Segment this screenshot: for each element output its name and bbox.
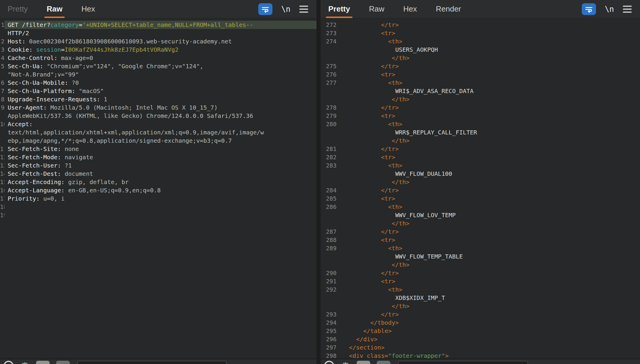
tab-pretty[interactable]: Pretty [326,0,353,18]
editor-menu-button[interactable] [299,4,308,14]
tab-raw[interactable]: Raw [367,0,387,18]
code-text: <th> [337,285,640,294]
code-line: 277 <th> [321,79,640,87]
search-next-button[interactable] [56,361,70,364]
search-icon[interactable] [4,361,14,364]
tab-pretty[interactable]: Pretty [5,0,30,18]
editor-menu-button[interactable] [623,4,632,14]
code-text: Sec-Fetch-Dest: document [4,170,316,178]
line-number: 277 [321,79,337,87]
code-line: 17Priority: u=0, i [0,194,316,203]
pane-divider[interactable] [316,0,321,364]
code-text [4,211,316,219]
tab-hex[interactable]: Hex [401,0,419,18]
code-text: </tr> [337,62,640,70]
code-line: USERS_AOKPQH [321,46,640,54]
code-line: 283 <th> [321,161,640,170]
code-text: Cookie: session=I0OKafZV44sJhk8zEJ7Epb4t… [4,46,316,54]
code-line: 295 </table> [321,327,640,335]
line-number: 9 [0,103,4,112]
line-number: 281 [321,145,337,153]
code-text: <tr> [337,29,640,37]
code-text: Cache-Control: max-age=0 [4,54,316,62]
search-settings-gear-icon[interactable]: ⚙ [20,361,30,364]
code-text: User-Agent: Mozilla/5.0 (Macintosh; Inte… [4,103,316,112]
newline-marker-toggle-button[interactable]: \n [605,5,614,14]
code-line: WRR$_REPLAY_CALL_FILTER [321,128,640,136]
line-number [321,252,337,261]
tab-label: Hex [81,4,95,14]
code-text: XDB$XIDX_IMP_T [337,294,640,302]
code-text: Upgrade-Insecure-Requests: 1 [4,95,316,103]
line-number [321,294,337,302]
active-tab-underline [44,17,65,18]
line-number [321,95,337,103]
response-tabbar: PrettyRawHexRender \n [321,0,640,18]
code-text: </div> [337,335,640,343]
code-line: 291 <tr> [321,277,640,285]
line-number: 1 [0,21,4,29]
code-text: Sec-Fetch-Mode: navigate [4,153,316,161]
line-number: 289 [321,244,337,252]
request-editor[interactable]: 1GET /filter?category='+UNION+SELECT+tab… [0,18,316,364]
hamburger-icon [623,9,632,10]
code-text: </th> [337,302,640,310]
search-icon[interactable] [324,361,334,364]
code-line: ebp,image/apng,*/*;q=0.8,application/sig… [0,136,316,145]
code-line: </th> [321,178,640,186]
line-number: 4 [0,54,4,62]
code-text: </tr> [337,269,640,277]
word-wrap-toggle-button[interactable] [258,3,272,15]
search-input[interactable] [398,361,528,364]
code-line: XDB$XIDX_IMP_T [321,294,640,302]
line-number: 280 [321,120,337,128]
line-number [321,261,337,269]
line-number: 287 [321,228,337,236]
line-number: 282 [321,153,337,161]
response-editor[interactable]: 272 </tr>273 <tr>274 <th> USERS_AOKPQH <… [321,18,640,364]
response-header-icons: \n [582,0,632,18]
line-number [321,211,337,219]
search-settings-gear-icon[interactable]: ⚙ [341,361,350,364]
line-number: 12 [0,153,4,161]
line-number [0,29,4,37]
line-number: 284 [321,186,337,194]
line-number: 15 [0,178,4,186]
code-line: 2Host: 0aec002304f2b8618039086000610093.… [0,37,316,46]
line-number: 19 [0,211,4,219]
code-line: HTTP/2 [0,29,316,37]
code-line: 284 </tr> [321,186,640,194]
code-line: 288 <tr> [321,236,640,244]
newline-marker-toggle-button[interactable]: \n [281,5,290,14]
tab-render[interactable]: Render [433,0,463,18]
code-text: </table> [337,327,640,335]
code-text: </section> [337,343,640,352]
line-number [0,70,4,79]
word-wrap-toggle-button[interactable] [582,3,596,15]
line-number: 297 [321,343,337,352]
tab-raw[interactable]: Raw [44,0,65,18]
tab-hex[interactable]: Hex [79,0,97,18]
request-tabbar: PrettyRawHex \n [0,0,316,18]
code-text: <tr> [337,277,640,285]
search-prev-button[interactable] [36,361,50,364]
line-number: 291 [321,277,337,285]
code-line: 285 <tr> [321,194,640,203]
code-text: <tr> [337,70,640,79]
search-prev-button[interactable] [357,361,370,364]
code-line: 7Sec-Ch-Ua-Platform: "macOS" [0,87,316,95]
code-text: <tr> [337,153,640,161]
line-number: 293 [321,310,337,318]
code-line: 281 </tr> [321,145,640,153]
line-number: 294 [321,318,337,327]
search-input[interactable] [77,361,227,364]
code-text: <th> [337,203,640,211]
code-line: 13Sec-Fetch-User: ?1 [0,161,316,170]
line-number: 11 [0,145,4,153]
code-text: <th> [337,79,640,87]
line-number: 272 [321,21,337,29]
line-number: 3 [0,46,4,54]
code-text: </th> [337,261,640,269]
search-next-button[interactable] [377,361,390,364]
code-line: AppleWebKit/537.36 (KHTML, like Gecko) C… [0,112,316,120]
